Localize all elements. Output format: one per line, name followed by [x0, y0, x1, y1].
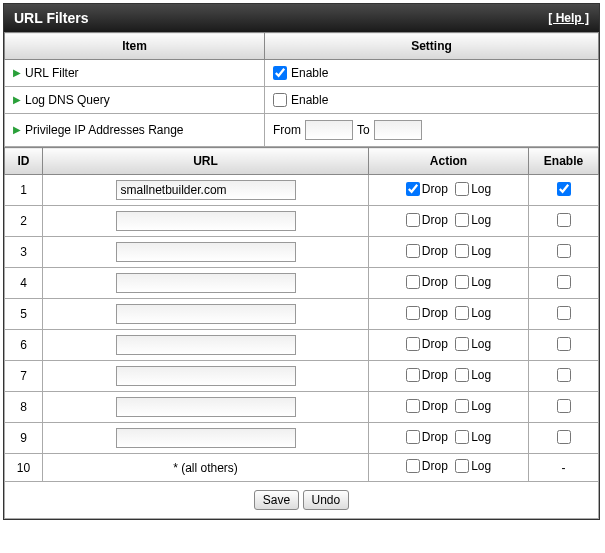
- log-dns-enable-checkbox[interactable]: [273, 93, 287, 107]
- label-url-filter: URL Filter: [25, 66, 79, 80]
- table-row: 5Drop Log: [5, 299, 599, 330]
- log-checkbox[interactable]: [455, 306, 469, 320]
- id-cell: 6: [5, 330, 43, 361]
- drop-checkbox[interactable]: [406, 182, 420, 196]
- drop-checkbox[interactable]: [406, 430, 420, 444]
- row-priv-ip: ▶ Privilege IP Addresses Range: [13, 123, 256, 137]
- id-cell: 8: [5, 392, 43, 423]
- enable-cell-dash: -: [529, 454, 599, 482]
- url-input[interactable]: [116, 335, 296, 355]
- log-label: Log: [471, 244, 491, 258]
- table-row: 4Drop Log: [5, 268, 599, 299]
- settings-table: Item Setting ▶ URL Filter Enable ▶: [4, 32, 599, 147]
- drop-label: Drop: [422, 368, 448, 382]
- header-id: ID: [5, 148, 43, 175]
- to-label: To: [357, 123, 370, 137]
- log-label: Log: [471, 306, 491, 320]
- url-input[interactable]: [116, 428, 296, 448]
- enable-checkbox[interactable]: [557, 368, 571, 382]
- log-checkbox[interactable]: [455, 459, 469, 473]
- header-url: URL: [43, 148, 369, 175]
- drop-label: Drop: [422, 244, 448, 258]
- url-filter-enable-checkbox[interactable]: [273, 66, 287, 80]
- enable-checkbox[interactable]: [557, 213, 571, 227]
- drop-label: Drop: [422, 337, 448, 351]
- enable-checkbox[interactable]: [557, 337, 571, 351]
- enable-checkbox[interactable]: [557, 399, 571, 413]
- label-priv-ip: Privilege IP Addresses Range: [25, 123, 184, 137]
- id-cell: 7: [5, 361, 43, 392]
- drop-label: Drop: [422, 182, 448, 196]
- arrow-icon: ▶: [13, 95, 21, 105]
- table-row-last: 10 * (all others) Drop Log -: [5, 454, 599, 482]
- url-input[interactable]: [116, 242, 296, 262]
- log-checkbox[interactable]: [455, 275, 469, 289]
- drop-checkbox[interactable]: [406, 337, 420, 351]
- url-input[interactable]: [116, 304, 296, 324]
- id-cell: 3: [5, 237, 43, 268]
- drop-checkbox[interactable]: [406, 459, 420, 473]
- log-checkbox[interactable]: [455, 337, 469, 351]
- log-label: Log: [471, 275, 491, 289]
- log-label: Log: [471, 182, 491, 196]
- id-cell: 1: [5, 175, 43, 206]
- url-input[interactable]: [116, 273, 296, 293]
- enable-checkbox[interactable]: [557, 182, 571, 196]
- drop-checkbox[interactable]: [406, 275, 420, 289]
- table-row: 9Drop Log: [5, 423, 599, 454]
- id-cell: 9: [5, 423, 43, 454]
- log-checkbox[interactable]: [455, 213, 469, 227]
- label-log-dns: Log DNS Query: [25, 93, 110, 107]
- drop-label: Drop: [422, 306, 448, 320]
- table-row: 6Drop Log: [5, 330, 599, 361]
- id-cell: 2: [5, 206, 43, 237]
- priv-ip-from-input[interactable]: [305, 120, 353, 140]
- enable-checkbox[interactable]: [557, 275, 571, 289]
- help-link[interactable]: [ Help ]: [548, 11, 589, 25]
- drop-checkbox[interactable]: [406, 368, 420, 382]
- drop-checkbox[interactable]: [406, 244, 420, 258]
- url-input[interactable]: [116, 180, 296, 200]
- drop-checkbox[interactable]: [406, 213, 420, 227]
- save-button[interactable]: Save: [254, 490, 299, 510]
- log-checkbox[interactable]: [455, 399, 469, 413]
- enable-checkbox[interactable]: [557, 430, 571, 444]
- priv-ip-to-input[interactable]: [374, 120, 422, 140]
- table-row: 7Drop Log: [5, 361, 599, 392]
- url-input[interactable]: [116, 397, 296, 417]
- log-checkbox[interactable]: [455, 430, 469, 444]
- drop-checkbox[interactable]: [406, 399, 420, 413]
- id-cell: 10: [5, 454, 43, 482]
- log-label: Log: [471, 213, 491, 227]
- header-item: Item: [5, 33, 265, 60]
- log-checkbox[interactable]: [455, 182, 469, 196]
- id-cell: 4: [5, 268, 43, 299]
- drop-label: Drop: [422, 275, 448, 289]
- log-label: Log: [471, 337, 491, 351]
- header-action: Action: [369, 148, 529, 175]
- table-row: 8Drop Log: [5, 392, 599, 423]
- footer: Save Undo: [5, 482, 599, 519]
- log-checkbox[interactable]: [455, 368, 469, 382]
- arrow-icon: ▶: [13, 125, 21, 135]
- filter-grid: ID URL Action Enable 1Drop Log2Drop Log3…: [4, 147, 599, 519]
- drop-label: Drop: [422, 213, 448, 227]
- drop-label: Drop: [422, 399, 448, 413]
- header-setting: Setting: [265, 33, 599, 60]
- drop-checkbox[interactable]: [406, 306, 420, 320]
- url-input[interactable]: [116, 211, 296, 231]
- enable-checkbox[interactable]: [557, 306, 571, 320]
- log-checkbox[interactable]: [455, 244, 469, 258]
- log-label: Log: [471, 368, 491, 382]
- from-label: From: [273, 123, 301, 137]
- log-dns-enable-label: Enable: [291, 93, 328, 107]
- enable-checkbox[interactable]: [557, 244, 571, 258]
- log-label: Log: [471, 399, 491, 413]
- url-input[interactable]: [116, 366, 296, 386]
- log-label: Log: [471, 459, 491, 473]
- undo-button[interactable]: Undo: [303, 490, 350, 510]
- url-filters-panel: URL Filters [ Help ] Item Setting ▶ URL …: [3, 3, 600, 520]
- arrow-icon: ▶: [13, 68, 21, 78]
- header-enable: Enable: [529, 148, 599, 175]
- row-log-dns: ▶ Log DNS Query: [13, 93, 256, 107]
